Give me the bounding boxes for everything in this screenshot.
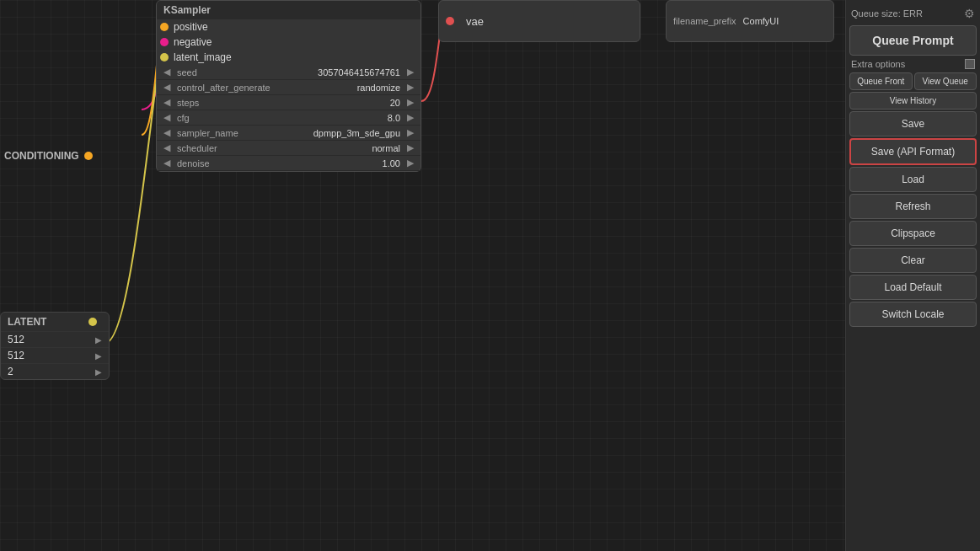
param-control-after: ◀ control_after_generate randomize ▶ bbox=[157, 80, 420, 95]
extra-options-checkbox[interactable] bbox=[965, 59, 975, 69]
param-scheduler-name: scheduler bbox=[174, 143, 249, 153]
param-cfg-left-arrow[interactable]: ◀ bbox=[160, 112, 174, 123]
save-button[interactable]: Save bbox=[849, 111, 977, 136]
save-api-button[interactable]: Save (API Format) bbox=[849, 138, 977, 165]
refresh-button[interactable]: Refresh bbox=[849, 194, 977, 219]
switch-locale-button[interactable]: Switch Locale bbox=[849, 302, 977, 327]
latent-value-0: 512 bbox=[8, 334, 95, 345]
clear-button[interactable]: Clear bbox=[849, 248, 977, 273]
queue-prompt-button[interactable]: Queue Prompt bbox=[849, 25, 977, 56]
gear-icon[interactable]: ⚙ bbox=[964, 7, 975, 20]
param-cag-value: randomize bbox=[274, 83, 404, 93]
load-default-button[interactable]: Load Default bbox=[849, 275, 977, 300]
param-cfg-value: 8.0 bbox=[249, 113, 404, 123]
param-sampler-right-arrow[interactable]: ▶ bbox=[404, 127, 417, 138]
latent-param-0: 512 ▶ bbox=[1, 331, 109, 347]
latent-output-dot bbox=[88, 318, 97, 326]
latent-arrow-0[interactable]: ▶ bbox=[95, 335, 102, 345]
param-cag-name: control_after_generate bbox=[174, 83, 274, 93]
sidebar-spacer bbox=[849, 329, 977, 548]
latent-arrow-2[interactable]: ▶ bbox=[95, 367, 102, 377]
latent-value-1: 512 bbox=[8, 350, 95, 361]
canvas: KSampler positive negative latent_image … bbox=[0, 0, 845, 551]
vae-node: vae bbox=[438, 0, 640, 42]
port-negative: negative bbox=[157, 35, 420, 50]
param-steps-right-arrow[interactable]: ▶ bbox=[404, 97, 417, 108]
param-sampler-name: sampler_name bbox=[174, 128, 249, 138]
conditioning-area: CONDITIONING bbox=[0, 51, 147, 261]
conditioning-label: CONDITIONING bbox=[4, 150, 79, 162]
latent-label: LATENT bbox=[1, 313, 109, 331]
param-denoise-name: denoise bbox=[174, 158, 249, 169]
port-label-latent: latent_image bbox=[174, 51, 232, 63]
param-cfg: ◀ cfg 8.0 ▶ bbox=[157, 110, 420, 126]
sidebar: Queue size: ERR ⚙ Queue Prompt Extra opt… bbox=[845, 0, 980, 551]
ksampler-node: KSampler positive negative latent_image … bbox=[156, 0, 421, 172]
latent-param-1: 512 ▶ bbox=[1, 347, 109, 363]
param-denoise-right-arrow[interactable]: ▶ bbox=[404, 158, 417, 169]
view-history-button[interactable]: View History bbox=[849, 92, 977, 110]
port-dot-negative bbox=[160, 38, 169, 46]
param-scheduler-value: normal bbox=[249, 143, 404, 153]
param-sampler: ◀ sampler_name dpmpp_3m_sde_gpu ▶ bbox=[157, 126, 420, 141]
param-seed-value: 3057046415674761 bbox=[249, 67, 404, 78]
port-label-positive: positive bbox=[174, 21, 208, 33]
latent-param-2: 2 ▶ bbox=[1, 363, 109, 379]
param-cfg-name: cfg bbox=[174, 113, 249, 123]
param-scheduler-right-arrow[interactable]: ▶ bbox=[404, 142, 417, 153]
param-seed: ◀ seed 3057046415674761 ▶ bbox=[157, 65, 420, 80]
saveimage-node: filename_prefix ComfyUI bbox=[666, 0, 834, 42]
param-steps: ◀ steps 20 ▶ bbox=[157, 95, 420, 110]
clipspace-button[interactable]: Clipspace bbox=[849, 221, 977, 246]
latent-value-2: 2 bbox=[8, 366, 95, 377]
small-btns-row: Queue Front View Queue bbox=[849, 72, 977, 90]
param-seed-right-arrow[interactable]: ▶ bbox=[404, 67, 417, 78]
param-steps-value: 20 bbox=[249, 98, 404, 108]
port-positive: positive bbox=[157, 19, 420, 35]
latent-arrow-1[interactable]: ▶ bbox=[95, 351, 102, 361]
load-button[interactable]: Load bbox=[849, 167, 977, 192]
param-scheduler: ◀ scheduler normal ▶ bbox=[157, 141, 420, 156]
param-denoise: ◀ denoise 1.00 ▶ bbox=[157, 156, 420, 171]
param-steps-left-arrow[interactable]: ◀ bbox=[160, 97, 174, 108]
vae-port-label: vae bbox=[466, 15, 484, 28]
conditioning-output-dot bbox=[84, 152, 93, 160]
port-dot-latent bbox=[160, 53, 169, 62]
port-dot-positive bbox=[160, 23, 169, 31]
param-cag-right-arrow[interactable]: ▶ bbox=[404, 82, 417, 93]
save-image-field-name: filename_prefix bbox=[673, 16, 736, 26]
param-sampler-left-arrow[interactable]: ◀ bbox=[160, 127, 174, 138]
param-seed-name: seed bbox=[174, 67, 249, 78]
ksampler-title: KSampler bbox=[157, 1, 420, 19]
param-steps-name: steps bbox=[174, 98, 249, 108]
port-latent-image: latent_image bbox=[157, 50, 420, 65]
param-denoise-left-arrow[interactable]: ◀ bbox=[160, 158, 174, 169]
extra-options-row: Extra options bbox=[849, 57, 977, 71]
latent-node: LATENT 512 ▶ 512 ▶ 2 ▶ bbox=[0, 312, 110, 380]
save-image-field-value: ComfyUI bbox=[743, 16, 779, 26]
port-label-negative: negative bbox=[174, 36, 212, 48]
queue-header: Queue size: ERR ⚙ bbox=[849, 3, 977, 24]
param-cfg-right-arrow[interactable]: ▶ bbox=[404, 112, 417, 123]
param-denoise-value: 1.00 bbox=[249, 158, 404, 169]
param-cag-left-arrow[interactable]: ◀ bbox=[160, 82, 174, 93]
queue-front-button[interactable]: Queue Front bbox=[849, 72, 913, 90]
vae-input-dot bbox=[446, 17, 454, 25]
queue-size-text: Queue size: ERR bbox=[851, 8, 923, 19]
param-scheduler-left-arrow[interactable]: ◀ bbox=[160, 142, 174, 153]
view-queue-button[interactable]: View Queue bbox=[914, 72, 977, 90]
extra-options-label: Extra options bbox=[851, 59, 905, 69]
param-sampler-value: dpmpp_3m_sde_gpu bbox=[249, 128, 404, 138]
param-seed-left-arrow[interactable]: ◀ bbox=[160, 67, 174, 78]
